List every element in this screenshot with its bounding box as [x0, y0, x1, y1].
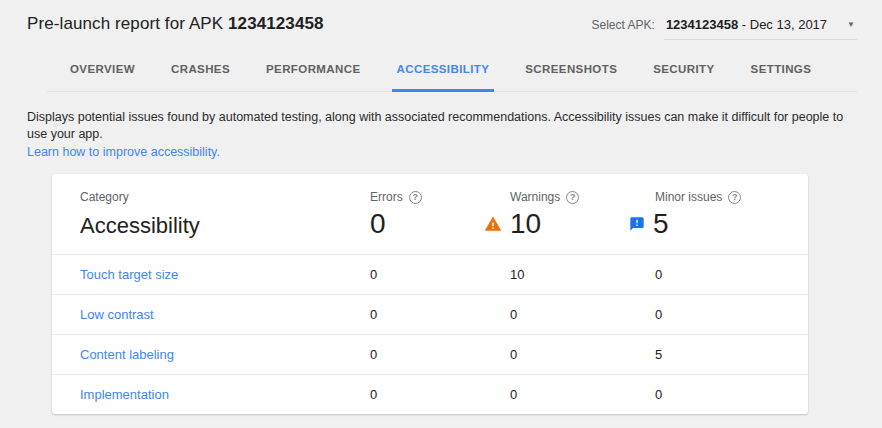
table-row-implementation: Implementation 0 0 0 [52, 374, 808, 414]
minor-issues-stat: Minor issues? 5 [655, 190, 808, 239]
card-header: Category Accessibility Errors? 0 Warning… [52, 174, 808, 254]
errors-count: 0 [370, 209, 386, 239]
apk-selector-label: Select APK: [592, 18, 655, 32]
page-title: Pre-launch report for APK 1234123458 [27, 14, 324, 34]
warnings-label: Warnings? [510, 190, 655, 204]
cell-minor-issues: 0 [655, 387, 808, 402]
description-text: Displays potential issues found by autom… [27, 109, 857, 143]
cell-minor-issues: 0 [655, 307, 808, 322]
category-cell: Category Accessibility [80, 190, 370, 241]
table-row-touch-target-size: Touch target size 0 10 0 [52, 254, 808, 294]
apk-selector-value[interactable]: 1234123458 - Dec 13, 2017▼ [664, 17, 857, 40]
minor-issues-label-text: Minor issues [655, 190, 722, 204]
tab-screenshots[interactable]: SCREENSHOTS [520, 48, 622, 91]
tab-accessibility[interactable]: ACCESSIBILITY [392, 48, 495, 91]
description: Displays potential issues found by autom… [27, 109, 857, 161]
apk-selector-apk: 1234123458 [666, 17, 738, 32]
tab-crashes[interactable]: CRASHES [166, 48, 235, 91]
cell-errors: 0 [370, 267, 510, 282]
minor-issues-count: 5 [653, 209, 669, 239]
cell-errors: 0 [370, 387, 510, 402]
warning-triangle-icon [484, 215, 502, 233]
table-row-low-contrast: Low contrast 0 0 0 [52, 294, 808, 334]
cell-warnings: 0 [510, 347, 655, 362]
category-link-low-contrast[interactable]: Low contrast [80, 307, 370, 322]
topbar: Pre-launch report for APK 1234123458 Sel… [0, 0, 882, 40]
category-label: Category [80, 190, 370, 204]
page-title-text: Pre-launch report for APK [27, 14, 228, 33]
warnings-count: 10 [510, 209, 541, 239]
cell-errors: 0 [370, 347, 510, 362]
dropdown-caret-icon: ▼ [847, 20, 855, 29]
cell-errors: 0 [370, 307, 510, 322]
cell-warnings: 0 [510, 387, 655, 402]
help-icon[interactable]: ? [409, 191, 422, 204]
cell-warnings: 10 [510, 267, 655, 282]
category-link-touch-target-size[interactable]: Touch target size [80, 267, 370, 282]
minor-issues-value: 5 [629, 209, 808, 239]
minor-issues-bubble-icon [629, 216, 645, 232]
tab-security[interactable]: SECURITY [648, 48, 719, 91]
tab-settings[interactable]: SETTINGS [746, 48, 817, 91]
pre-launch-report-page: Pre-launch report for APK 1234123458 Sel… [0, 0, 882, 428]
help-icon[interactable]: ? [728, 191, 741, 204]
errors-label-text: Errors [370, 190, 403, 204]
minor-issues-label: Minor issues? [655, 190, 808, 204]
apk-selector[interactable]: Select APK: 1234123458 - Dec 13, 2017▼ [592, 17, 858, 40]
cell-minor-issues: 0 [655, 267, 808, 282]
category-link-implementation[interactable]: Implementation [80, 387, 370, 402]
tab-bar: OVERVIEW CRASHES PERFORMANCE ACCESSIBILI… [47, 48, 857, 92]
errors-label: Errors? [370, 190, 510, 204]
accessibility-summary-card: Category Accessibility Errors? 0 Warning… [52, 174, 808, 414]
category-name: Accessibility [80, 211, 370, 241]
table-row-content-labeling: Content labeling 0 0 5 [52, 334, 808, 374]
apk-selector-date: - Dec 13, 2017 [738, 17, 827, 32]
learn-more-link[interactable]: Learn how to improve accessibility. [27, 144, 220, 161]
cell-minor-issues: 5 [655, 347, 808, 362]
cell-warnings: 0 [510, 307, 655, 322]
help-icon[interactable]: ? [566, 191, 579, 204]
tab-overview[interactable]: OVERVIEW [65, 48, 140, 91]
warnings-label-text: Warnings [510, 190, 560, 204]
page-title-apk: 1234123458 [228, 14, 324, 33]
category-link-content-labeling[interactable]: Content labeling [80, 347, 370, 362]
tab-performance[interactable]: PERFORMANCE [261, 48, 366, 91]
